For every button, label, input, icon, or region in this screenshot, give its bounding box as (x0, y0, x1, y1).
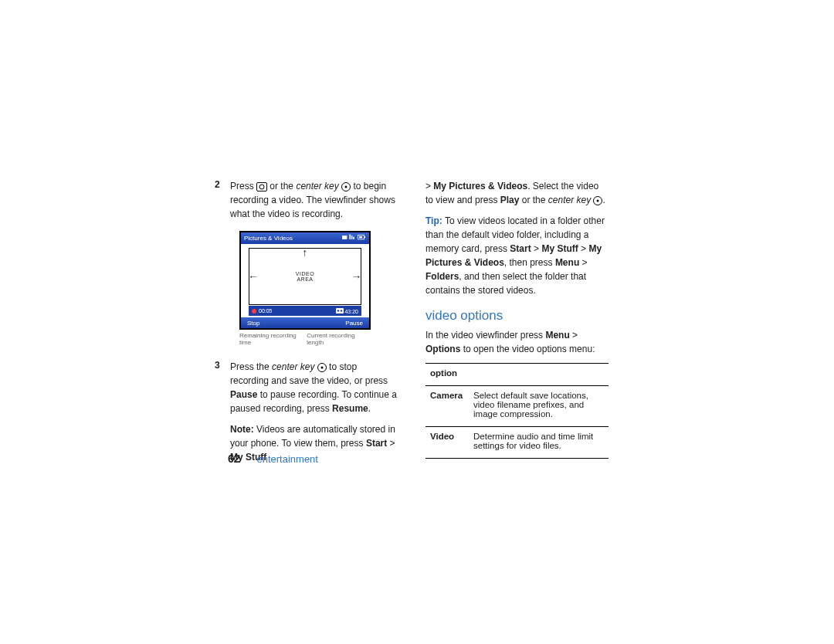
text: . (602, 195, 605, 205)
table-header-row: option (425, 364, 609, 386)
text: or the (270, 181, 296, 192)
text: Press the (230, 361, 272, 372)
record-dot-icon (252, 309, 256, 314)
page-footer: 62 entertainment (228, 452, 318, 465)
text: Press (230, 181, 256, 192)
viewfinder-captions: Remaining recording time Current recordi… (239, 332, 371, 346)
step-number: 2 (215, 179, 222, 228)
gt: > (425, 181, 433, 192)
svg-point-9 (340, 310, 341, 311)
svg-point-8 (337, 310, 338, 311)
gt: > (581, 243, 588, 254)
left-column: 2 Press or the center key to begin recor… (215, 179, 398, 471)
option-name: Video (425, 427, 469, 459)
option-name: Camera (425, 386, 469, 427)
caption-left: Remaining recording time (239, 332, 307, 346)
arrow-up-icon: ↑ (302, 247, 308, 258)
arrow-right-icon: → (351, 271, 363, 282)
caption-right: Current recording length (307, 332, 371, 346)
path: My Stuff (541, 243, 578, 254)
text: to open the video options menu: (463, 344, 595, 354)
viewfinder-softkeys: Stop Pause (241, 317, 369, 328)
gt: > (582, 257, 588, 268)
option-desc: Select default save locations, video fil… (469, 386, 609, 427)
gt: > (390, 438, 395, 449)
svg-rect-5 (359, 236, 362, 238)
table-row: Camera Select default save locations, vi… (425, 386, 609, 427)
center-key-label: center key (548, 195, 591, 205)
step-body: Press or the center key to begin recordi… (230, 179, 398, 228)
svg-rect-0 (342, 236, 347, 239)
path: Menu (555, 257, 579, 268)
viewfinder-figure: Pictures & Videos ↑ (239, 231, 371, 346)
section-name: entertainment (256, 453, 318, 465)
continuation-line: > My Pictures & Videos. Select the video… (425, 179, 609, 207)
viewfinder-status-bar: 00:05 43:20 (249, 306, 361, 316)
note-label: Note: (230, 424, 256, 435)
path: Start (510, 243, 531, 254)
path: Folders (425, 271, 459, 282)
path: Start (366, 438, 387, 449)
elapsed-time: 00:05 (252, 308, 273, 314)
table-header: option (425, 364, 609, 386)
text: . (368, 403, 371, 414)
step-number: 3 (215, 360, 222, 471)
svg-rect-6 (364, 236, 365, 238)
menu-label: Menu (545, 330, 569, 341)
gt: > (572, 330, 578, 341)
section-heading: video options (425, 308, 609, 324)
center-key-icon (341, 182, 351, 192)
signal-battery-icon (342, 234, 367, 241)
camera-icon (256, 182, 267, 192)
viewfinder-titlebar: Pictures & Videos (241, 232, 369, 244)
manual-page: 2 Press or the center key to begin recor… (215, 179, 609, 471)
table-row: Video Determine audio and time limit set… (425, 427, 609, 459)
tape-icon (336, 308, 344, 314)
intro-paragraph: In the video viewfinder press Menu > Opt… (425, 328, 609, 356)
titlebar-label: Pictures & Videos (244, 235, 293, 242)
options-table: option Camera Select default save locati… (425, 363, 609, 459)
path: My Pictures & Videos (433, 181, 527, 192)
viewfinder-area: ↑ ← → VIDEO AREA (249, 248, 361, 305)
tip-paragraph: Tip: To view videos located in a folder … (425, 214, 609, 297)
step-2: 2 Press or the center key to begin recor… (215, 179, 398, 228)
gt: > (534, 243, 541, 254)
center-key-icon (593, 196, 602, 205)
right-column: > My Pictures & Videos. Select the video… (425, 179, 609, 471)
svg-rect-1 (349, 235, 351, 239)
play-label: Play (500, 195, 520, 205)
viewfinder-screen: Pictures & Videos ↑ (239, 231, 371, 330)
resume-label: Resume (332, 403, 368, 414)
arrow-left-icon: ← (248, 271, 259, 282)
pause-label: Pause (230, 389, 257, 400)
tip-label: Tip: (425, 215, 445, 226)
text: In the video viewfinder press (425, 330, 545, 341)
svg-rect-2 (351, 236, 352, 239)
softkey-left: Stop (247, 320, 259, 327)
status-icons (342, 234, 367, 242)
softkey-right: Pause (345, 320, 363, 327)
options-label: Options (425, 344, 460, 354)
text: , then press (504, 257, 555, 268)
svg-rect-3 (353, 237, 354, 239)
text: or the (522, 195, 548, 205)
option-desc: Determine audio and time limit settings … (469, 427, 609, 459)
page-number: 62 (228, 452, 240, 465)
svg-rect-7 (336, 308, 344, 314)
video-area-label: VIDEO AREA (296, 271, 314, 282)
center-key-icon (317, 363, 327, 372)
center-key-label: center key (296, 181, 338, 192)
remaining-time: 43:20 (336, 308, 358, 314)
center-key-label: center key (272, 361, 314, 372)
